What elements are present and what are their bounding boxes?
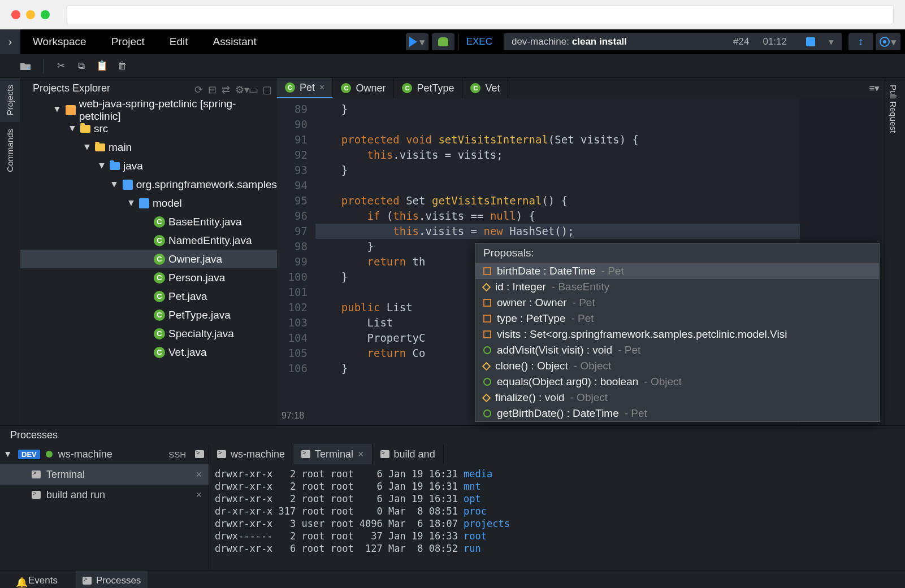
process-tree-item[interactable]: build and run× xyxy=(0,485,209,505)
tree-item[interactable]: COwner.java xyxy=(20,250,277,268)
ssh-label[interactable]: SSH xyxy=(168,450,186,459)
copy-button[interactable]: ⧉ xyxy=(75,60,88,72)
tree-item[interactable]: CNamedEntity.java xyxy=(20,231,277,250)
tree-item[interactable]: ▸model xyxy=(20,194,277,212)
tree-item[interactable]: CPetType.java xyxy=(20,306,277,324)
expand-menu-button[interactable]: › xyxy=(0,29,20,54)
close-icon[interactable]: × xyxy=(196,469,202,481)
field-icon xyxy=(483,267,491,275)
tab-label: ws-machine xyxy=(231,448,285,460)
proposal-item[interactable]: getBirthDate() : DateTime - Pet xyxy=(475,406,879,421)
cut-button[interactable]: ✂ xyxy=(55,60,67,72)
tree-item[interactable]: CSpecialty.java xyxy=(20,324,277,343)
terminal-icon[interactable] xyxy=(195,450,204,458)
proposal-item[interactable]: id : Integer - BaseEntity xyxy=(475,279,879,295)
class-icon: C xyxy=(341,83,351,93)
rail-tab-projects[interactable]: Projects xyxy=(0,78,20,122)
menu-assistant[interactable]: Assistant xyxy=(213,36,257,48)
maximize-window-icon[interactable] xyxy=(41,10,50,19)
tree-item[interactable]: CBaseEntity.java xyxy=(20,212,277,231)
process-tab[interactable]: ws-machine xyxy=(209,444,293,464)
cursor-button[interactable]: ↕ xyxy=(848,33,873,50)
target-button[interactable]: ▾ xyxy=(876,33,900,50)
proposal-item[interactable]: type : PetType - Pet xyxy=(475,311,879,326)
chevron-icon[interactable]: ▸ xyxy=(96,162,109,170)
collapse-icon[interactable]: ⊟ xyxy=(208,84,217,93)
proposal-source: - Pet xyxy=(625,407,647,420)
play-icon xyxy=(409,37,417,47)
exec-status-box[interactable]: dev-machine: clean install #24 01:12 ▾ xyxy=(504,33,842,50)
machine-header[interactable]: ▸ DEV ws-machine SSH xyxy=(0,444,209,464)
paste-button[interactable]: 📋 xyxy=(96,60,108,72)
tree-item[interactable]: ▸org.springframework.samples xyxy=(20,175,277,194)
new-file-button[interactable]: + xyxy=(19,60,32,72)
close-icon[interactable]: × xyxy=(358,448,364,460)
processes-tab[interactable]: Processes xyxy=(76,570,148,588)
machine-name: ws-machine xyxy=(58,448,112,460)
proposal-item[interactable]: addVisit(Visit visit) : void - Pet xyxy=(475,342,879,358)
menu-project[interactable]: Project xyxy=(111,36,145,48)
chevron-icon[interactable]: ▸ xyxy=(51,106,64,114)
tree-item[interactable]: ▸web-java-spring-petclinic [spring-petcl… xyxy=(20,101,277,119)
class-icon: C xyxy=(154,272,165,284)
chevron-icon[interactable]: ▸ xyxy=(81,143,94,151)
proposal-item[interactable]: clone() : Object - Object xyxy=(475,358,879,374)
tree-item[interactable]: CPerson.java xyxy=(20,268,277,287)
chevron-icon[interactable]: ▸ xyxy=(109,181,122,189)
process-tab[interactable]: build and xyxy=(373,444,444,464)
class-icon: C xyxy=(154,235,165,246)
process-tab[interactable]: Terminal× xyxy=(293,444,373,464)
close-icon[interactable]: × xyxy=(196,489,202,501)
debug-button[interactable] xyxy=(432,33,454,50)
run-button[interactable]: ▾ xyxy=(406,33,428,50)
chevron-icon[interactable]: ▸ xyxy=(125,199,138,207)
tree-item[interactable]: CVet.java xyxy=(20,343,277,361)
url-bar[interactable] xyxy=(67,5,894,24)
editor-menu-button[interactable]: ≡▾ xyxy=(864,78,885,98)
maximize-panel-icon[interactable]: ▢ xyxy=(262,84,271,93)
menu-edit[interactable]: Edit xyxy=(170,36,188,48)
proposal-item[interactable]: finalize() : void - Object xyxy=(475,390,879,406)
editor-tab[interactable]: COwner xyxy=(333,78,394,98)
minimize-window-icon[interactable] xyxy=(26,10,35,19)
editor-tab[interactable]: CPetType xyxy=(394,78,462,98)
proposal-item[interactable]: visits : Set<org.springframework.samples… xyxy=(475,326,879,342)
target-icon xyxy=(880,37,890,47)
sidebar-header: Projects Explorer ⟳ ⊟ ⇄ ⚙▾ ▭ ▢ xyxy=(20,78,277,98)
proposal-text: addVisit(Visit visit) : void xyxy=(497,344,612,356)
rail-tab-commands[interactable]: Commands xyxy=(0,122,20,179)
proposal-item[interactable]: equals(Object arg0) : boolean - Object xyxy=(475,374,879,390)
gear-icon[interactable]: ⚙▾ xyxy=(235,84,244,93)
terminal-icon xyxy=(32,471,41,478)
editor-tab[interactable]: CPet× xyxy=(277,78,333,98)
tree-item-label: main xyxy=(109,141,132,154)
rail-tab-pull-request[interactable]: Pull Request xyxy=(885,78,902,140)
close-icon[interactable]: × xyxy=(319,82,324,93)
process-tree-item[interactable]: Terminal× xyxy=(0,464,209,485)
toolbar: + ✂ ⧉ 📋 🗑 xyxy=(0,54,905,78)
tree-item[interactable]: CPet.java xyxy=(20,287,277,306)
events-tab[interactable]: 🔔 Events xyxy=(9,570,64,588)
proposal-item[interactable]: birthDate : DateTime - Pet xyxy=(475,263,879,279)
delete-button[interactable]: 🗑 xyxy=(116,60,128,72)
chevron-icon[interactable]: ▸ xyxy=(67,125,80,133)
close-window-icon[interactable] xyxy=(11,10,20,19)
editor-tab[interactable]: CVet xyxy=(462,78,508,98)
tree-item-label: Person.java xyxy=(168,272,225,284)
proposals-list[interactable]: birthDate : DateTime - Petid : Integer -… xyxy=(475,263,879,421)
terminal-output[interactable]: drwxr-xr-x 2 root root 6 Jan 19 16:31 me… xyxy=(209,464,905,570)
project-tree[interactable]: ▸web-java-spring-petclinic [spring-petcl… xyxy=(20,98,277,425)
tree-item[interactable]: ▸main xyxy=(20,138,277,156)
refresh-icon[interactable]: ⟳ xyxy=(194,84,203,93)
menu-workspace[interactable]: Workspace xyxy=(33,36,86,48)
stop-icon[interactable] xyxy=(806,37,815,46)
field-icon xyxy=(483,315,491,323)
link-icon[interactable]: ⇄ xyxy=(222,84,231,93)
proposal-item[interactable]: owner : Owner - Pet xyxy=(475,295,879,311)
proposal-source: - Pet xyxy=(573,297,595,309)
tree-item[interactable]: ▸java xyxy=(20,156,277,175)
minimize-panel-icon[interactable]: ▭ xyxy=(249,84,258,93)
class-icon: C xyxy=(154,291,165,302)
class-icon: C xyxy=(154,328,165,339)
tree-item-label: org.springframework.samples xyxy=(136,178,277,191)
